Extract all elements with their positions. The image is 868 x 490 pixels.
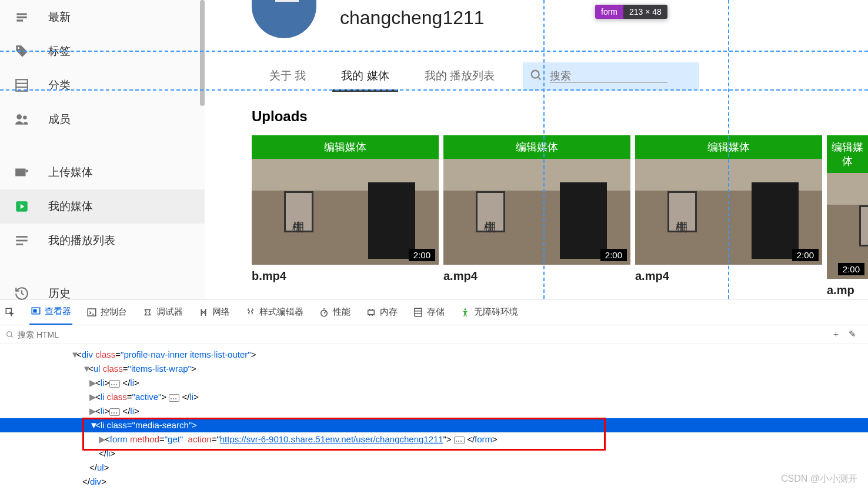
svg-point-16 bbox=[532, 71, 539, 78]
avatar bbox=[252, 0, 316, 38]
svg-line-17 bbox=[538, 77, 541, 80]
search-form[interactable] bbox=[523, 62, 699, 91]
media-filename: a.mp4 bbox=[443, 269, 630, 283]
svg-rect-24 bbox=[415, 308, 422, 316]
svg-rect-9 bbox=[15, 169, 25, 176]
media-card[interactable]: 编辑媒体 牛2:00 a.mp bbox=[827, 135, 868, 297]
devtools-tab-storage[interactable]: 存储 bbox=[412, 299, 446, 325]
sidebar-item-label: 历史 bbox=[48, 286, 71, 301]
media-list: 编辑媒体 牛棚2:00 b.mp4 编辑媒体 牛棚2:00 a.mp4 编辑媒体… bbox=[252, 135, 868, 297]
devtools-dom-tree[interactable]: ▼<div class="profile-nav-inner items-lis… bbox=[0, 344, 868, 490]
svg-text:+: + bbox=[27, 168, 29, 175]
devtools-edit-icon[interactable]: ✎ bbox=[849, 329, 856, 340]
svg-point-3 bbox=[18, 47, 19, 49]
sidebar: 最新 标签 分类 成员 + 上传媒体 我的媒体 我的播放列表 bbox=[0, 0, 205, 299]
inspector-guide-v bbox=[543, 0, 545, 299]
devtools-panel: 查看器 控制台 调试器 网络 样式编辑器 性能 内存 存储 无障碍环境 ＋ ✎ … bbox=[0, 299, 868, 490]
history-icon bbox=[13, 285, 31, 302]
sidebar-item-latest[interactable]: 最新 bbox=[0, 0, 205, 34]
sidebar-item-label: 最新 bbox=[48, 9, 71, 25]
svg-rect-0 bbox=[16, 14, 26, 15]
sidebar-item-categories[interactable]: 分类 bbox=[0, 68, 205, 102]
duration-badge: 2:00 bbox=[792, 249, 819, 261]
inspector-guide-h bbox=[0, 89, 868, 91]
search-icon bbox=[530, 69, 543, 84]
duration-badge: 2:00 bbox=[600, 249, 627, 261]
devtools-search-bar[interactable]: ＋ ✎ bbox=[0, 325, 868, 344]
media-thumbnail[interactable]: 牛棚2:00 bbox=[443, 159, 630, 265]
sidebar-item-label: 分类 bbox=[48, 78, 71, 93]
duration-badge: 2:00 bbox=[838, 263, 864, 275]
media-thumbnail[interactable]: 牛棚2:00 bbox=[252, 159, 439, 265]
devtools-tab-memory[interactable]: 内存 bbox=[365, 299, 399, 325]
media-filename: a.mp bbox=[827, 284, 868, 297]
selected-dom-node[interactable]: ▼<li class="media-search"> bbox=[0, 418, 868, 432]
tab-my-media[interactable]: 我的 媒体 bbox=[323, 61, 406, 91]
inspector-guide-v bbox=[728, 0, 729, 299]
inspector-guide-h bbox=[0, 51, 868, 52]
uploads-title: Uploads bbox=[252, 108, 868, 125]
edit-media-button[interactable]: 编辑媒体 bbox=[252, 135, 439, 159]
svg-rect-23 bbox=[368, 310, 375, 315]
profile-nav: 关于 我 我的 媒体 我的 播放列表 bbox=[252, 55, 868, 91]
media-card[interactable]: 编辑媒体 牛棚2:00 b.mp4 bbox=[252, 135, 439, 297]
tab-about[interactable]: 关于 我 bbox=[252, 61, 323, 91]
people-icon bbox=[13, 111, 31, 128]
username: changcheng1211 bbox=[340, 7, 485, 29]
svg-point-27 bbox=[465, 308, 466, 310]
devtools-search-input[interactable] bbox=[18, 330, 121, 339]
sidebar-item-label: 我的播放列表 bbox=[48, 233, 115, 248]
media-filename: b.mp4 bbox=[252, 269, 439, 283]
play-icon bbox=[13, 198, 31, 215]
duration-badge: 2:00 bbox=[409, 249, 435, 261]
search-input[interactable] bbox=[550, 70, 667, 83]
sidebar-item-label: 上传媒体 bbox=[48, 165, 93, 180]
sidebar-item-playlists[interactable]: 我的播放列表 bbox=[0, 224, 205, 258]
sidebar-item-label: 我的媒体 bbox=[48, 199, 93, 214]
sidebar-item-history[interactable]: 历史 bbox=[0, 276, 205, 311]
sidebar-item-label: 成员 bbox=[48, 112, 71, 127]
svg-point-7 bbox=[16, 114, 22, 119]
svg-rect-1 bbox=[16, 16, 26, 18]
svg-point-8 bbox=[23, 116, 26, 120]
playlist-icon bbox=[13, 232, 31, 249]
list-icon bbox=[13, 76, 31, 94]
media-card[interactable]: 编辑媒体 牛棚2:00 a.mp4 bbox=[443, 135, 630, 297]
inspector-dimension-badge: form 213 × 48 bbox=[595, 5, 667, 19]
svg-point-28 bbox=[7, 331, 12, 336]
sidebar-item-my-media[interactable]: 我的媒体 bbox=[0, 189, 205, 224]
sidebar-item-members[interactable]: 成员 bbox=[0, 102, 205, 136]
svg-rect-2 bbox=[16, 19, 23, 21]
svg-line-29 bbox=[11, 335, 13, 337]
watermark: CSDN @小小测开 bbox=[781, 473, 857, 485]
tab-playlists[interactable]: 我的 播放列表 bbox=[407, 61, 512, 91]
clock-icon bbox=[13, 8, 31, 26]
devtools-tab-performance[interactable]: 性能 bbox=[318, 299, 352, 325]
media-thumbnail[interactable]: 牛2:00 bbox=[827, 173, 868, 279]
upload-icon: + bbox=[13, 164, 31, 181]
devtools-add-icon[interactable]: ＋ bbox=[832, 329, 840, 340]
edit-media-button[interactable]: 编辑媒体 bbox=[443, 135, 630, 159]
edit-media-button[interactable]: 编辑媒体 bbox=[827, 135, 868, 173]
devtools-tab-accessibility[interactable]: 无障碍环境 bbox=[459, 299, 519, 325]
sidebar-item-upload[interactable]: + 上传媒体 bbox=[0, 155, 205, 189]
main-content: changcheng1211 关于 我 我的 媒体 我的 播放列表 Upload… bbox=[205, 0, 868, 299]
devtools-tab-style[interactable]: 样式编辑器 bbox=[244, 299, 305, 325]
